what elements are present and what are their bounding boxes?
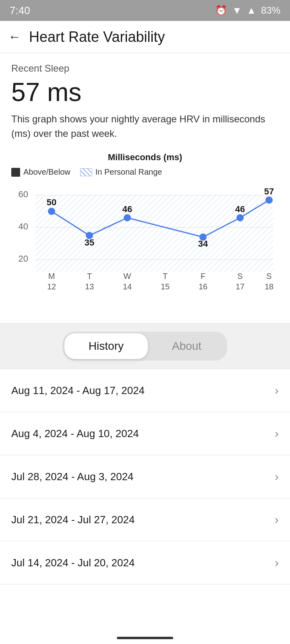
status-bar: 7:40 ⏰ ▼ ▲ 83% bbox=[0, 0, 290, 21]
tab-about[interactable]: About bbox=[148, 333, 226, 359]
svg-text:16: 16 bbox=[199, 282, 207, 291]
history-item-5[interactable]: Jul 14, 2024 - Jul 20, 2024 › bbox=[0, 541, 290, 584]
data-point-W14 bbox=[124, 214, 131, 221]
svg-text:S: S bbox=[237, 272, 242, 281]
svg-text:46: 46 bbox=[122, 204, 132, 214]
history-item-2[interactable]: Aug 4, 2024 - Aug 10, 2024 › bbox=[0, 412, 290, 455]
svg-text:T: T bbox=[87, 272, 92, 281]
signal-icon: ▲ bbox=[246, 5, 256, 16]
legend-above-below: Above/Below bbox=[11, 167, 70, 177]
svg-text:34: 34 bbox=[198, 239, 208, 249]
chevron-right-icon-1: › bbox=[275, 384, 279, 397]
history-range-2: Aug 4, 2024 - Aug 10, 2024 bbox=[11, 427, 139, 440]
svg-text:60: 60 bbox=[19, 189, 28, 199]
history-item-4[interactable]: Jul 21, 2024 - Jul 27, 2024 › bbox=[0, 498, 290, 541]
header: ← Heart Rate Variability bbox=[0, 21, 290, 53]
section-label: Recent Sleep bbox=[11, 63, 279, 74]
wifi-icon: ▼ bbox=[232, 5, 242, 16]
svg-text:57: 57 bbox=[264, 186, 274, 196]
chevron-right-icon-4: › bbox=[275, 513, 279, 526]
svg-text:35: 35 bbox=[85, 237, 94, 248]
status-time: 7:40 bbox=[10, 4, 30, 17]
svg-text:20: 20 bbox=[19, 254, 28, 264]
svg-text:15: 15 bbox=[161, 282, 170, 291]
history-item-3[interactable]: Jul 28, 2024 - Aug 3, 2024 › bbox=[0, 455, 290, 498]
page-title: Heart Rate Variability bbox=[29, 29, 165, 45]
svg-text:17: 17 bbox=[236, 282, 244, 291]
svg-text:18: 18 bbox=[265, 282, 273, 291]
legend-in-range: In Personal Range bbox=[80, 167, 162, 177]
chart-container: Milliseconds (ms) Above/Below In Persona… bbox=[11, 152, 279, 314]
home-indicator bbox=[117, 637, 173, 639]
chart-legend: Above/Below In Personal Range bbox=[11, 167, 279, 177]
content-area: Recent Sleep 57 ms This graph shows your… bbox=[0, 53, 290, 314]
chart-svg-wrapper: 60 40 20 50 35 46 34 4 bbox=[11, 183, 279, 314]
battery-text: 83% bbox=[261, 5, 280, 16]
history-range-5: Jul 14, 2024 - Jul 20, 2024 bbox=[11, 557, 135, 569]
history-range-1: Aug 11, 2024 - Aug 17, 2024 bbox=[11, 384, 145, 397]
svg-text:12: 12 bbox=[47, 282, 56, 291]
hrv-chart: 60 40 20 50 35 46 34 4 bbox=[11, 183, 279, 312]
data-point-M12 bbox=[48, 208, 55, 215]
hrv-value: 57 ms bbox=[11, 77, 279, 107]
status-icons: ⏰ ▼ ▲ 83% bbox=[215, 5, 280, 16]
svg-text:M: M bbox=[48, 272, 55, 281]
data-point-S18 bbox=[265, 196, 273, 204]
history-range-3: Jul 28, 2024 - Aug 3, 2024 bbox=[11, 471, 134, 483]
back-button[interactable]: ← bbox=[8, 29, 21, 44]
legend-box-icon bbox=[11, 168, 20, 177]
svg-text:40: 40 bbox=[19, 221, 28, 231]
tab-history[interactable]: History bbox=[64, 333, 148, 359]
history-item-1[interactable]: Aug 11, 2024 - Aug 17, 2024 › bbox=[0, 369, 290, 412]
alarm-icon: ⏰ bbox=[215, 5, 227, 16]
hrv-description: This graph shows your nightly average HR… bbox=[11, 112, 279, 141]
history-list: Aug 11, 2024 - Aug 17, 2024 › Aug 4, 202… bbox=[0, 369, 290, 584]
svg-text:14: 14 bbox=[123, 282, 132, 291]
tabs-section: History About bbox=[0, 324, 290, 369]
svg-text:S: S bbox=[266, 272, 271, 281]
chevron-right-icon-2: › bbox=[275, 427, 279, 440]
chevron-right-icon-3: › bbox=[275, 470, 279, 483]
svg-text:46: 46 bbox=[235, 204, 245, 214]
svg-text:50: 50 bbox=[47, 197, 56, 207]
svg-text:W: W bbox=[124, 272, 131, 281]
tabs-container: History About bbox=[63, 332, 227, 361]
svg-text:F: F bbox=[201, 272, 205, 281]
legend-hatch-icon bbox=[80, 168, 92, 176]
svg-text:13: 13 bbox=[85, 282, 94, 291]
chart-title: Milliseconds (ms) bbox=[11, 152, 279, 163]
history-range-4: Jul 21, 2024 - Jul 27, 2024 bbox=[11, 514, 135, 526]
data-point-S17 bbox=[236, 214, 244, 221]
chevron-right-icon-5: › bbox=[275, 556, 279, 570]
svg-text:T: T bbox=[163, 272, 168, 281]
